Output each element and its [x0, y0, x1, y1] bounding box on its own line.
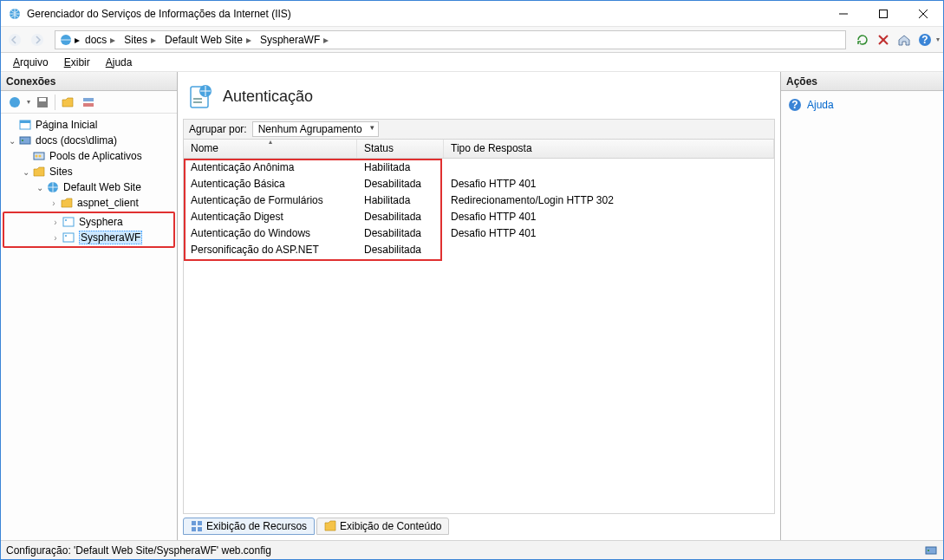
svg-text:?: ? [921, 34, 928, 46]
actions-header: Ações [781, 72, 943, 91]
crumb-docs[interactable]: docs▸ [81, 34, 119, 46]
connections-toolbar: ▾ [1, 91, 177, 114]
group-by-label: Agrupar por: [189, 123, 247, 135]
svg-rect-35 [192, 527, 196, 531]
cell-status: Habilitada [357, 161, 444, 173]
nav-forward-button[interactable] [27, 29, 48, 50]
svg-point-20 [22, 140, 23, 141]
content-view-icon [324, 520, 336, 532]
chevron-right-icon: ▸ [75, 34, 80, 46]
svg-rect-27 [63, 233, 74, 242]
nav-back-button[interactable] [4, 29, 25, 50]
features-view-icon [191, 520, 203, 532]
cell-response: Redirecionamento/Login HTTP 302 [444, 194, 774, 206]
cell-status: Habilitada [357, 194, 444, 206]
tree-app-pools[interactable]: Pools de Aplicativos [3, 148, 175, 164]
tree-syspherawf[interactable]: › SyspheraWF [4, 230, 173, 245]
cell-name: Autenticação de Formulários [184, 194, 357, 206]
list-row[interactable]: Personificação do ASP.NETDesabilitada [184, 241, 774, 257]
help-dropdown-icon[interactable]: ▾ [936, 36, 940, 43]
tab-content-view[interactable]: Exibição de Conteúdo [316, 518, 449, 535]
column-status[interactable]: Status [357, 140, 444, 158]
minimize-button[interactable] [824, 1, 863, 27]
connections-tree[interactable]: Página Inicial ⌄ docs (docs\dlima) Pools… [1, 114, 177, 540]
action-help[interactable]: ? Ajuda [788, 96, 936, 114]
save-button[interactable] [34, 94, 51, 111]
connections-panel: Conexões ▾ Página Inicial ⌄ docs (docs\d… [1, 72, 178, 540]
crumb-default-web-site[interactable]: Default Web Site▸ [161, 34, 255, 46]
svg-rect-18 [20, 120, 30, 123]
status-config-text: Configuração: 'Default Web Site/Sysphera… [6, 544, 271, 557]
refresh-button[interactable] [853, 30, 872, 49]
maximize-button[interactable] [863, 1, 903, 27]
crumb-syspherawf[interactable]: SyspheraWF▸ [257, 34, 332, 46]
webapp-icon [62, 215, 75, 229]
list-row[interactable]: Autenticação AnônimaHabilitada [184, 159, 774, 175]
window-controls [824, 1, 943, 27]
menu-view[interactable]: Exibir [57, 55, 97, 70]
svg-point-28 [65, 235, 67, 237]
stop-button[interactable] [874, 30, 893, 49]
svg-rect-25 [63, 218, 74, 226]
connect-button[interactable] [6, 94, 23, 111]
column-name[interactable]: Nome▴ [184, 140, 357, 158]
svg-point-23 [39, 155, 42, 158]
svg-rect-19 [20, 137, 30, 144]
content-area: Autenticação Agrupar por: Nenhum Agrupam… [178, 72, 780, 540]
list-row[interactable]: Autenticação BásicaDesabilitadaDesafio H… [184, 175, 774, 192]
sites-folder-icon [32, 165, 46, 179]
tree-sysphera[interactable]: › Sysphera [4, 214, 173, 230]
home-button[interactable] [895, 30, 914, 49]
cell-name: Autenticação Básica [184, 178, 357, 190]
breadcrumb-root-icon [59, 33, 73, 47]
svg-text:?: ? [791, 99, 798, 111]
svg-point-6 [31, 34, 43, 46]
cell-name: Autenticação Anônima [184, 161, 357, 173]
tree-home[interactable]: Página Inicial [3, 117, 175, 133]
actions-panel: Ações ? Ajuda [780, 72, 943, 540]
cell-response: Desafio HTTP 401 [444, 227, 774, 239]
connect-dropdown-icon[interactable]: ▾ [27, 98, 30, 106]
main-area: Conexões ▾ Página Inicial ⌄ docs (docs\d… [1, 72, 943, 540]
up-level-button[interactable] [59, 94, 76, 111]
feature-header: Autenticação [183, 77, 775, 119]
column-response-type[interactable]: Tipo de Resposta [444, 140, 774, 158]
status-server-icon [924, 544, 938, 557]
list-row[interactable]: Autenticação do WindowsDesabilitadaDesaf… [184, 225, 774, 241]
svg-rect-34 [198, 521, 202, 525]
cell-status: Desabilitada [357, 211, 444, 223]
svg-point-12 [10, 97, 20, 107]
navigation-bar: ▸ docs▸ Sites▸ Default Web Site▸ Syspher… [1, 27, 943, 53]
tree-sites[interactable]: ⌄ Sites [3, 164, 175, 179]
close-button[interactable] [903, 1, 943, 27]
tree-aspnet-client[interactable]: › aspnet_client [3, 195, 175, 211]
breadcrumb[interactable]: ▸ docs▸ Sites▸ Default Web Site▸ Syspher… [55, 30, 846, 49]
tree-server[interactable]: ⌄ docs (docs\dlima) [3, 133, 175, 148]
group-by-combo[interactable]: Nenhum Agrupamento [252, 121, 379, 137]
list-row[interactable]: Autenticação de FormuláriosHabilitadaRed… [184, 192, 774, 208]
help-button[interactable]: ? [915, 30, 934, 49]
list-header: Nome▴ Status Tipo de Resposta [184, 140, 774, 159]
cell-name: Personificação do ASP.NET [184, 244, 357, 256]
cell-response: Desafio HTTP 401 [444, 211, 774, 223]
menu-help[interactable]: Ajuda [99, 55, 140, 70]
website-icon [46, 180, 60, 194]
menu-file[interactable]: Arquivo [6, 55, 55, 70]
svg-point-26 [65, 219, 67, 221]
svg-rect-31 [193, 98, 202, 100]
status-bar: Configuração: 'Default Web Site/Sysphera… [1, 540, 943, 559]
svg-rect-39 [926, 547, 936, 554]
folder-icon [60, 196, 74, 210]
tab-features-view[interactable]: Exibição de Recursos [183, 518, 315, 535]
list-row[interactable]: Autenticação DigestDesabilitadaDesafio H… [184, 208, 774, 225]
crumb-sites[interactable]: Sites▸ [120, 34, 160, 46]
group-by-row: Agrupar por: Nenhum Agrupamento [183, 119, 775, 140]
server-icon [18, 133, 32, 147]
home-icon [18, 118, 32, 132]
menu-bar: Arquivo Exibir Ajuda [1, 53, 943, 72]
svg-point-22 [36, 155, 38, 158]
list-body[interactable]: Autenticação AnônimaHabilitadaAutenticaç… [184, 159, 774, 513]
svg-rect-33 [192, 521, 196, 525]
server-farm-button[interactable] [80, 94, 97, 111]
tree-default-web-site[interactable]: ⌄ Default Web Site [3, 179, 175, 195]
